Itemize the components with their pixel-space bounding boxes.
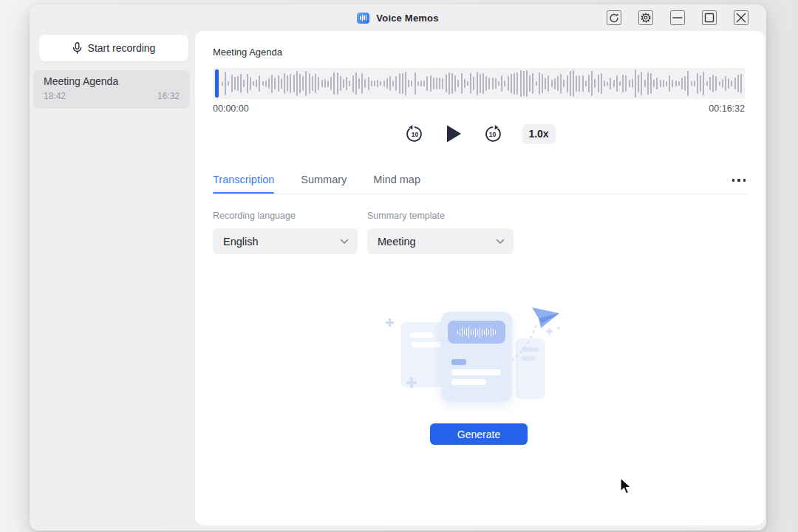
app-logo-icon bbox=[357, 13, 369, 24]
illustration-waveform-badge bbox=[448, 321, 505, 344]
titlebar-title-group: Voice Memos bbox=[357, 13, 438, 24]
playback-speed-button[interactable]: 1.0x bbox=[522, 124, 556, 144]
recording-language-label: Recording language bbox=[213, 211, 296, 221]
forward-10-button[interactable]: 10 bbox=[482, 124, 502, 144]
refresh-button[interactable] bbox=[607, 10, 621, 25]
settings-gear-icon bbox=[640, 11, 652, 24]
summary-template-select[interactable]: Meeting bbox=[367, 228, 514, 254]
recording-item-duration: 16:32 bbox=[157, 91, 180, 101]
titlebar[interactable]: Voice Memos bbox=[30, 4, 766, 31]
summary-template-label: Summary template bbox=[367, 211, 445, 221]
summary-template-value: Meeting bbox=[378, 236, 416, 248]
start-recording-label: Start recording bbox=[88, 42, 156, 54]
close-button[interactable] bbox=[734, 10, 748, 25]
waveform-bars bbox=[222, 68, 742, 99]
titlebar-buttons bbox=[607, 4, 748, 31]
tab-divider bbox=[213, 194, 747, 194]
forward-10-icon: 10 bbox=[482, 124, 502, 144]
elapsed-time: 00:00:00 bbox=[213, 103, 249, 114]
minimize-icon bbox=[672, 13, 683, 23]
settings-button[interactable] bbox=[638, 10, 653, 25]
illustration-note-card bbox=[441, 312, 512, 401]
maximize-icon bbox=[704, 13, 715, 23]
play-icon bbox=[445, 124, 463, 143]
recording-item-title: Meeting Agenda bbox=[44, 75, 180, 87]
generate-button[interactable]: Generate bbox=[430, 423, 528, 445]
playback-controls: 10 10 1.0x bbox=[195, 123, 765, 145]
play-button[interactable] bbox=[445, 124, 463, 143]
sidebar: Start recording Meeting Agenda 18:42 16:… bbox=[30, 31, 195, 531]
illustration-text-line bbox=[451, 379, 486, 385]
microphone-icon bbox=[72, 42, 82, 54]
rewind-10-icon: 10 bbox=[405, 124, 425, 144]
start-recording-button[interactable]: Start recording bbox=[39, 35, 188, 61]
chevron-down-icon bbox=[340, 239, 349, 245]
maximize-button[interactable] bbox=[702, 10, 717, 25]
tab-summary[interactable]: Summary bbox=[301, 174, 347, 194]
tab-bar: Transcription Summary Mind map bbox=[213, 174, 420, 194]
illustration-chip bbox=[451, 359, 466, 365]
close-icon bbox=[736, 13, 746, 23]
recording-list-item-selected[interactable]: Meeting Agenda 18:42 16:32 bbox=[33, 70, 190, 109]
app-title: Voice Memos bbox=[376, 13, 438, 24]
player-recording-title: Meeting Agenda bbox=[213, 47, 282, 58]
more-options-button[interactable] bbox=[729, 176, 749, 185]
waveform-seekbar[interactable] bbox=[213, 68, 745, 99]
voice-memos-window: Voice Memos bbox=[30, 4, 766, 531]
tab-transcription[interactable]: Transcription bbox=[213, 174, 274, 194]
time-row: 00:00:00 00:16:32 bbox=[213, 103, 745, 114]
recording-language-value: English bbox=[223, 236, 259, 248]
tab-mind-map[interactable]: Mind map bbox=[373, 174, 420, 194]
illustration-text-line bbox=[451, 369, 501, 375]
svg-text:10: 10 bbox=[488, 131, 496, 138]
svg-text:10: 10 bbox=[411, 131, 418, 138]
refresh-icon bbox=[608, 12, 620, 24]
desktop: { "titlebar": { "app_title": "Voice Memo… bbox=[0, 0, 798, 532]
empty-state-illustration bbox=[384, 296, 576, 414]
recording-item-time: 18:42 bbox=[44, 91, 66, 101]
ellipsis-icon bbox=[732, 179, 735, 182]
total-time: 00:16:32 bbox=[709, 103, 745, 114]
main-panel: Meeting Agenda 00:00:00 00:16:32 10 bbox=[195, 31, 765, 525]
playhead[interactable] bbox=[215, 69, 219, 98]
minimize-button[interactable] bbox=[670, 10, 685, 25]
rewind-10-button[interactable]: 10 bbox=[405, 124, 425, 144]
chevron-down-icon bbox=[496, 239, 505, 245]
mouse-cursor bbox=[618, 477, 634, 495]
recording-item-meta: 18:42 16:32 bbox=[44, 91, 180, 101]
recording-language-select[interactable]: English bbox=[213, 228, 358, 254]
